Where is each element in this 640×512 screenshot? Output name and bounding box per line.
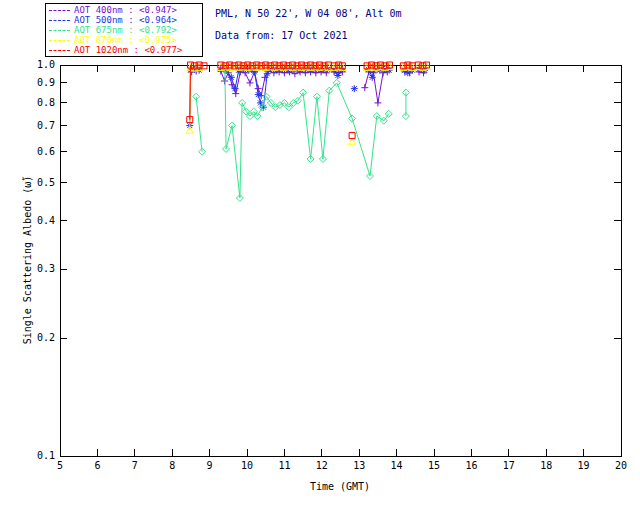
x-tick-label: 5 — [57, 460, 63, 471]
y-tick-label: 0.6 — [37, 146, 55, 157]
x-tick-label: 8 — [169, 460, 175, 471]
series-line — [225, 70, 389, 198]
legend-box: AOT 400nm : <0.947> AOT 500nm : <0.964> … — [45, 3, 203, 57]
x-tick-label: 12 — [316, 460, 328, 471]
legend-row-675nm: AOT 675nm : <0.792> — [49, 25, 199, 35]
series-AOT-1020nm — [187, 62, 430, 139]
legend-row-1020nm: AOT 1020nm : <0.977> — [49, 45, 199, 55]
legend-line-swatch-400nm — [49, 10, 70, 11]
series-line — [190, 69, 199, 125]
legend-line-swatch-500nm — [49, 20, 70, 21]
series-AOT-675nm — [193, 67, 410, 202]
x-tick-label: 9 — [207, 460, 213, 471]
x-tick-label: 16 — [465, 460, 477, 471]
x-tick-label: 20 — [615, 460, 627, 471]
y-tick-label: 0.5 — [37, 177, 55, 188]
y-tick-label: 0.1 — [37, 450, 55, 461]
y-tick-label: 0.7 — [37, 120, 55, 131]
legend-label-400nm: AOT 400nm : <0.947> — [74, 5, 177, 15]
x-tick-label: 13 — [353, 460, 365, 471]
legend-line-swatch-675nm — [49, 30, 70, 31]
x-tick-label: 17 — [503, 460, 515, 471]
legend-row-400nm: AOT 400nm : <0.947> — [49, 5, 199, 15]
legend-label-675nm: AOT 675nm : <0.792> — [74, 25, 177, 35]
x-tick-label: 6 — [94, 460, 100, 471]
ssa-plot-screen: AOT 400nm : <0.947> AOT 500nm : <0.964> … — [0, 0, 640, 512]
plot-box — [60, 65, 621, 456]
x-tick-label: 18 — [540, 460, 552, 471]
legend-row-870nm: AOT 870nm : <0.975> — [49, 35, 199, 45]
x-tick-label: 11 — [278, 460, 290, 471]
legend-line-swatch-1020nm — [49, 50, 70, 51]
series-line — [196, 97, 202, 152]
y-tick-label: 0.3 — [37, 263, 55, 274]
y-tick-label: 0.9 — [37, 77, 55, 88]
x-tick-label: 7 — [132, 460, 138, 471]
y-tick-label: 1.0 — [37, 59, 55, 70]
y-tick-label: 0.8 — [37, 97, 55, 108]
legend-label-500nm: AOT 500nm : <0.964> — [74, 15, 177, 25]
legend-row-500nm: AOT 500nm : <0.964> — [49, 15, 199, 25]
x-tick-label: 19 — [578, 460, 590, 471]
legend-label-870nm: AOT 870nm : <0.975> — [74, 35, 177, 45]
plot-canvas: 5678910111213141516171819201.00.90.80.70… — [0, 0, 640, 512]
y-tick-label: 0.2 — [37, 332, 55, 343]
y-tick-label: 0.4 — [37, 215, 55, 226]
x-tick-label: 15 — [428, 460, 440, 471]
x-tick-label: 10 — [241, 460, 253, 471]
x-tick-label: 14 — [391, 460, 403, 471]
legend-line-swatch-870nm — [49, 40, 70, 41]
legend-label-1020nm: AOT 1020nm : <0.977> — [74, 45, 182, 55]
